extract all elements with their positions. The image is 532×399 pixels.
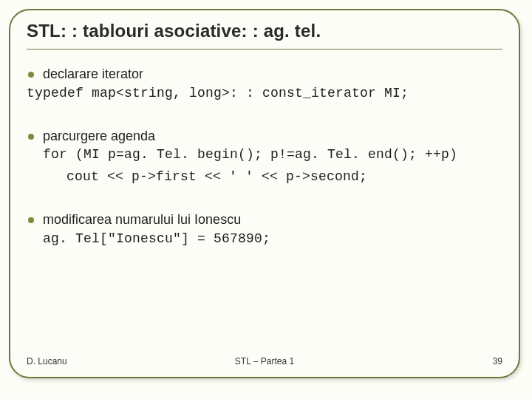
bullet-iterate-agenda: parcurgere agenda for (MI p=ag. Tel. beg… [27,128,502,186]
code-cout: cout << p->first << ' ' << p->second; [66,168,502,186]
bullet-dot-icon [28,72,34,78]
code-assign: ag. Tel["Ionescu"] = 567890; [43,231,502,248]
title-row: STL: : tablouri asociative: : ag. tel. [27,21,502,50]
bullet-lead: declarare iterator [43,66,502,83]
bullet-dot-icon [28,217,34,223]
code-for-loop: for (MI p=ag. Tel. begin(); p!=ag. Tel. … [43,146,502,164]
slide-footer: D. Lucanu STL – Partea 1 39 [27,356,502,366]
code-typedef: typedef map<string, long>: : const_itera… [27,85,502,103]
bullet-modify-number: modificarea numarului lui Ionescu ag. Te… [27,211,502,248]
slide-title: STL: : tablouri asociative: : ag. tel. [27,21,321,41]
list-item: declarare iterator [27,66,502,83]
footer-page-number: 39 [493,356,502,366]
bullet-declare-iterator: declarare iterator typedef map<string, l… [27,66,502,103]
list-item: parcurgere agenda [27,128,502,146]
slide-card: STL: : tablouri asociative: : ag. tel. d… [9,9,520,378]
list-item: modificarea numarului lui Ionescu [27,211,502,229]
footer-center: STL – Partea 1 [235,356,294,366]
bullet-dot-icon [28,134,34,140]
slide-body: declarare iterator typedef map<string, l… [27,66,502,248]
footer-author: D. Lucanu [27,356,67,366]
bullet-lead: modificarea numarului lui Ionescu [43,211,502,229]
bullet-lead: parcurgere agenda [43,128,502,146]
